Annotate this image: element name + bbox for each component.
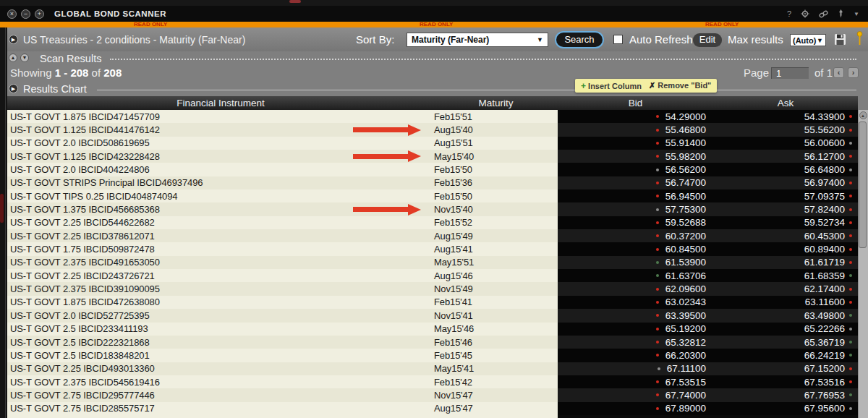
auto-refresh-checkbox[interactable] (613, 35, 623, 44)
table-row[interactable]: US-T GOVT 2.25 IBCID493013360 May15'41 6… (7, 362, 858, 375)
table-row[interactable]: US-T GOVT 2.375 IBCID391090095 Nov15'49 … (7, 282, 858, 295)
expand-arrow-icon[interactable]: ▶ (9, 35, 18, 44)
bid-cell[interactable]: 67.53515 (558, 375, 713, 388)
maturity-cell[interactable]: Feb15'51 (434, 110, 558, 123)
table-row[interactable]: US-T GOVT 2.375 IBCID545619416 Feb15'42 … (7, 375, 858, 388)
table-row[interactable]: US-T GOVT TIPS 0.25 IBCID404874094 Feb15… (7, 189, 858, 202)
bid-cell[interactable]: 55.98200 (558, 150, 713, 163)
maturity-cell[interactable]: Feb15'50 (434, 189, 558, 202)
edit-button[interactable]: Edit (693, 33, 722, 47)
ask-cell[interactable]: 56.12700 (713, 150, 858, 163)
help-icon[interactable]: ? (787, 9, 791, 18)
instrument-cell[interactable]: US-T GOVT 2.0 IBCID508619695 (7, 137, 434, 150)
maturity-cell[interactable]: May15'40 (434, 150, 558, 163)
column-header-maturity[interactable]: Maturity (434, 96, 558, 110)
close-icon[interactable]: × (7, 9, 17, 19)
instrument-cell[interactable]: US-T GOVT 2.0 IBCID404224806 (7, 163, 434, 176)
ask-cell[interactable]: 59.52734 (713, 216, 858, 229)
instrument-cell[interactable]: US-T GOVT 2.25 IBCID378612071 (7, 229, 434, 242)
instrument-cell[interactable]: US-T GOVT 1.875 IBCID471457709 (7, 110, 434, 123)
bid-cell[interactable]: 61.63706 (558, 269, 713, 282)
ask-cell[interactable]: 55.56200 (713, 123, 858, 136)
instrument-cell[interactable]: US-T GOVT 2.5 IBCID233411193 (7, 323, 434, 336)
link-icon[interactable] (819, 10, 828, 18)
ask-cell[interactable]: 65.22266 (713, 323, 858, 336)
scanner-selector[interactable]: ▶ US Treasuries - 2 conditions - Maturit… (9, 27, 245, 51)
insert-column-option[interactable]: + Insert Column (581, 81, 642, 91)
ask-cell[interactable]: 54.33900 (713, 110, 858, 123)
pin-icon[interactable] (838, 9, 844, 18)
column-header-ask[interactable]: Ask (713, 96, 858, 110)
table-row[interactable]: US-T GOVT 1.75 IBCID509872478 Aug15'41 6… (7, 242, 858, 255)
table-row[interactable]: US-T GOVT 2.375 IBCID491653050 May15'51 … (7, 256, 858, 269)
maturity-cell[interactable]: Feb15'36 (434, 176, 558, 189)
gear-icon[interactable] (801, 9, 809, 18)
next-page-button[interactable]: › (848, 67, 859, 78)
table-row[interactable]: US-T GOVT 1.375 IBCID456685368 Nov15'40 … (7, 202, 858, 216)
page-number-input[interactable]: 1 (771, 67, 809, 79)
ask-cell[interactable]: 67.15200 (713, 362, 858, 375)
ask-cell[interactable]: 60.45300 (713, 229, 858, 242)
instrument-cell[interactable]: US-T GOVT 2.75 IBCID285575717 (7, 402, 434, 415)
maturity-cell[interactable]: Aug15'41 (434, 242, 558, 255)
table-row[interactable]: US-T GOVT 1.875 IBCID471457709 Feb15'51 … (7, 110, 858, 123)
maturity-cell[interactable]: Aug15'47 (434, 402, 558, 415)
minimize-icon[interactable]: − (21, 9, 30, 19)
bid-cell[interactable]: 60.37200 (558, 229, 713, 242)
maturity-cell[interactable]: Aug15'49 (434, 229, 558, 242)
max-results-dropdown[interactable]: (Auto) ▼ (790, 34, 826, 46)
maturity-cell[interactable]: Feb15'45 (434, 349, 558, 362)
remove-column-option[interactable]: ✗ Remove "Bid" (649, 81, 711, 90)
save-icon[interactable] (834, 33, 846, 48)
bid-cell[interactable]: 56.94500 (558, 189, 713, 202)
bid-cell[interactable]: 65.32812 (558, 336, 713, 349)
maturity-cell[interactable]: Aug15'40 (434, 123, 558, 136)
column-header-bid[interactable]: Bid (558, 96, 713, 110)
bid-cell[interactable]: 61.53900 (558, 256, 713, 269)
maturity-cell[interactable]: Aug15'51 (434, 137, 558, 150)
table-row[interactable]: US-T GOVT 2.0 IBCID508619695 Aug15'51 55… (7, 137, 858, 150)
bid-cell[interactable]: 54.29000 (558, 110, 713, 123)
table-row[interactable]: US-T GOVT 2.5 IBCID183848201 Feb15'45 66… (7, 349, 858, 362)
table-row[interactable]: US-T GOVT STRIPS Principal IBCID46937496… (7, 176, 858, 189)
collapse-up-icon[interactable]: ▲ (9, 54, 17, 62)
bid-cell[interactable]: 63.02343 (558, 296, 713, 309)
maturity-cell[interactable]: Aug15'46 (434, 269, 558, 282)
collapse-down-icon[interactable]: ▼ (20, 54, 29, 62)
table-row[interactable]: US-T GOVT 2.5 IBCID233411193 May15'46 65… (7, 323, 858, 336)
scroll-up-icon[interactable]: ▲ (859, 111, 867, 119)
table-row[interactable]: US-T GOVT 1.125 IBCID423228428 May15'40 … (7, 150, 858, 163)
ask-cell[interactable]: 56.00600 (713, 137, 858, 150)
prev-page-button[interactable]: ‹ (833, 67, 844, 78)
maturity-cell[interactable]: May15'46 (434, 323, 558, 336)
bid-cell[interactable]: 65.19200 (558, 323, 713, 336)
ask-cell[interactable]: 60.89400 (713, 242, 858, 255)
bid-cell[interactable]: 63.39500 (558, 309, 713, 322)
pushpin-icon[interactable] (856, 31, 864, 50)
ask-cell[interactable]: 62.17400 (713, 282, 858, 295)
instrument-cell[interactable]: US-T GOVT 1.875 IBCID472638080 (7, 296, 434, 309)
instrument-cell[interactable]: US-T GOVT 2.25 IBCID243726721 (7, 269, 434, 282)
bid-cell[interactable]: 62.09600 (558, 282, 713, 295)
maturity-cell[interactable]: Feb15'41 (434, 296, 558, 309)
table-row[interactable]: US-T GOVT 2.0 IBCID404224806 Feb15'50 56… (7, 163, 858, 176)
table-row[interactable]: US-T GOVT 2.75 IBCID285575717 Aug15'47 6… (7, 402, 858, 415)
ask-cell[interactable]: 57.09375 (713, 189, 858, 202)
ask-cell[interactable]: 65.36719 (713, 336, 858, 349)
expand-arrow-icon[interactable]: ▶ (9, 84, 18, 93)
instrument-cell[interactable]: US-T GOVT 2.375 IBCID545619416 (7, 375, 434, 388)
instrument-cell[interactable]: US-T GOVT 2.25 IBCID493013360 (7, 362, 434, 375)
column-header-financial-instrument[interactable]: Financial Instrument (7, 96, 434, 110)
maximize-icon[interactable]: + (35, 9, 44, 19)
maturity-cell[interactable]: Feb15'52 (434, 216, 558, 229)
table-row[interactable]: US-T GOVT 2.5 IBCID222321868 Feb15'46 65… (7, 336, 858, 349)
maturity-cell[interactable]: May15'41 (434, 362, 558, 375)
ask-cell[interactable]: 61.61719 (713, 256, 858, 269)
search-button[interactable]: Search (556, 33, 603, 47)
instrument-cell[interactable]: US-T GOVT 2.375 IBCID491653050 (7, 256, 434, 269)
bid-cell[interactable]: 67.11100 (558, 362, 713, 375)
maturity-cell[interactable]: Nov15'49 (434, 282, 558, 295)
table-row[interactable]: US-T GOVT 1.125 IBCID441476142 Aug15'40 … (7, 123, 858, 136)
table-row[interactable]: US-T GOVT 2.25 IBCID544622682 Feb15'52 5… (7, 216, 858, 229)
bid-cell[interactable]: 60.84500 (558, 242, 713, 255)
